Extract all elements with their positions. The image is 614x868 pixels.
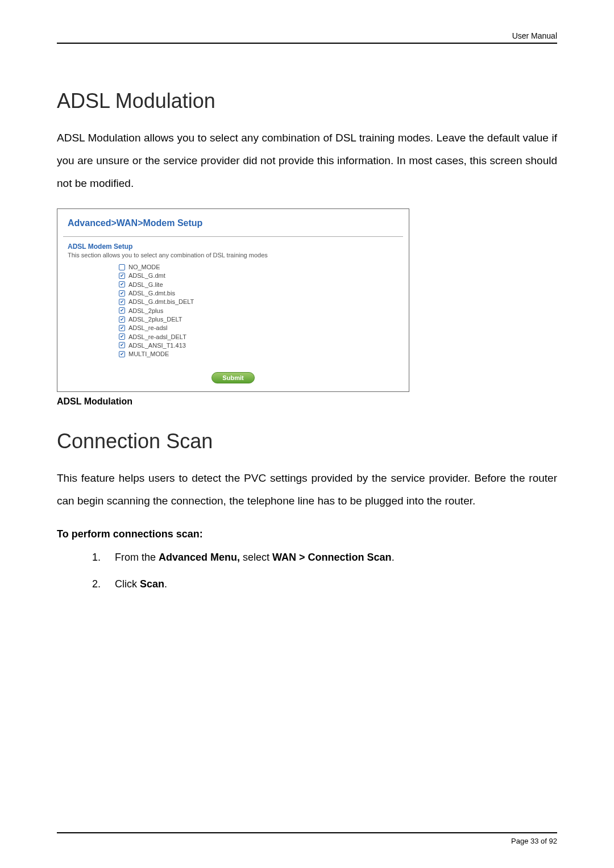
checkbox-label: ADSL_2plus_DELT xyxy=(128,315,182,323)
list-item: 2. Click Scan. xyxy=(92,578,557,590)
check-row: ADSL_G.dmt.bis xyxy=(119,289,399,298)
section1-body: ADSL Modulation allows you to select any… xyxy=(57,127,557,195)
figure-caption-1: ADSL Modulation xyxy=(57,397,557,407)
header-label: User Manual xyxy=(57,31,557,44)
checkbox-label: ADSL_G.lite xyxy=(128,281,163,289)
text: Click xyxy=(115,578,140,590)
checkbox-label: MULTI_MODE xyxy=(128,350,169,358)
modem-setup-panel: Advanced>WAN>Modem Setup ADSL Modem Setu… xyxy=(57,208,409,392)
section1-title: ADSL Modulation xyxy=(57,89,557,113)
divider xyxy=(63,236,403,237)
checkbox-label: ADSL_ANSI_T1.413 xyxy=(128,341,186,349)
checkbox[interactable] xyxy=(119,333,125,340)
checkbox[interactable] xyxy=(119,316,125,323)
list-number: 1. xyxy=(92,552,106,564)
checkbox[interactable] xyxy=(119,307,125,314)
check-list: NO_MODEADSL_G.dmtADSL_G.liteADSL_G.dmt.b… xyxy=(119,263,399,358)
step-2-text: Click Scan. xyxy=(115,578,167,590)
checkbox[interactable] xyxy=(119,351,125,357)
text: From the xyxy=(115,552,159,563)
text: . xyxy=(164,578,167,590)
check-row: ADSL_G.dmt.bis_DELT xyxy=(119,298,399,306)
checkbox[interactable] xyxy=(119,281,125,287)
page-footer: Page 33 of 92 xyxy=(57,832,557,845)
check-row: NO_MODE xyxy=(119,263,399,272)
step-1-text: From the Advanced Menu, select WAN > Con… xyxy=(115,552,395,564)
check-row: ADSL_G.dmt xyxy=(119,272,399,280)
check-row: ADSL_2plus xyxy=(119,306,399,315)
text: select xyxy=(240,552,272,563)
check-row: ADSL_G.lite xyxy=(119,280,399,289)
page-number: Page 33 of 92 xyxy=(511,837,557,845)
section2-title: Connection Scan xyxy=(57,429,557,453)
panel-subtitle: ADSL Modem Setup xyxy=(68,243,399,251)
check-row: ADSL_ANSI_T1.413 xyxy=(119,341,399,349)
wan-connection-scan-label: WAN > Connection Scan xyxy=(272,552,392,563)
checkbox[interactable] xyxy=(119,325,125,331)
procedure-title: To perform connections scan: xyxy=(57,528,557,540)
checkbox[interactable] xyxy=(119,273,125,279)
text: . xyxy=(392,552,395,563)
checkbox-label: NO_MODE xyxy=(128,263,160,271)
checkbox-label: ADSL_G.dmt xyxy=(128,272,165,279)
checkbox-label: ADSL_G.dmt.bis_DELT xyxy=(128,298,194,306)
checkbox-label: ADSL_G.dmt.bis xyxy=(128,289,175,297)
panel-description: This section allows you to select any co… xyxy=(68,252,399,258)
checkbox-label: ADSL_re-adsl_DELT xyxy=(128,333,186,341)
checkbox[interactable] xyxy=(119,299,125,305)
submit-button[interactable]: Submit xyxy=(211,372,254,383)
check-row: MULTI_MODE xyxy=(119,350,399,358)
checkbox[interactable] xyxy=(119,264,125,270)
checkbox-label: ADSL_re-adsl xyxy=(128,324,167,332)
check-row: ADSL_2plus_DELT xyxy=(119,315,399,323)
panel-breadcrumb: Advanced>WAN>Modem Setup xyxy=(68,218,399,228)
check-row: ADSL_re-adsl_DELT xyxy=(119,332,399,341)
checkbox-label: ADSL_2plus xyxy=(128,307,163,315)
procedure-list: 1. From the Advanced Menu, select WAN > … xyxy=(92,552,557,590)
list-item: 1. From the Advanced Menu, select WAN > … xyxy=(92,552,557,564)
advanced-menu-label: Advanced Menu, xyxy=(159,552,240,563)
list-number: 2. xyxy=(92,578,106,590)
scan-label: Scan xyxy=(140,578,164,590)
check-row: ADSL_re-adsl xyxy=(119,324,399,332)
checkbox[interactable] xyxy=(119,342,125,348)
section2-body: This feature helps users to detect the P… xyxy=(57,467,557,512)
checkbox[interactable] xyxy=(119,290,125,297)
